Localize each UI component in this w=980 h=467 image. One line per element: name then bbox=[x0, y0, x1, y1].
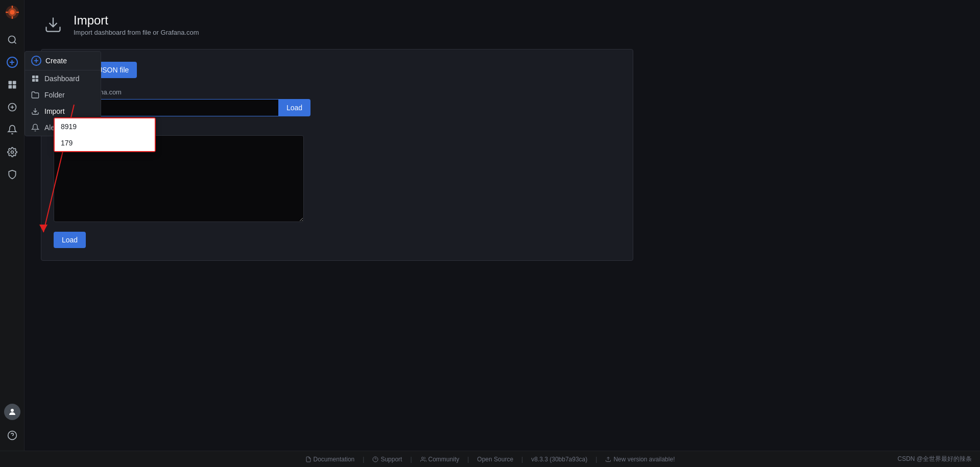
svg-line-8 bbox=[14, 42, 16, 44]
sidebar-icon-configuration[interactable] bbox=[2, 142, 22, 162]
sidebar-icon-help[interactable] bbox=[2, 425, 22, 446]
footer-sep-3: | bbox=[467, 456, 469, 463]
new-version-icon bbox=[605, 456, 611, 462]
autocomplete-item-8919[interactable]: 8919 bbox=[55, 118, 155, 135]
autocomplete-dropdown: 8919 179 bbox=[54, 117, 156, 152]
grafana-logo[interactable] bbox=[4, 4, 20, 20]
create-menu-item-folder[interactable]: Folder bbox=[25, 87, 101, 103]
footer-sep-4: | bbox=[521, 456, 523, 463]
svg-rect-20 bbox=[32, 79, 35, 82]
page-header-text: Import Import dashboard from file or Gra… bbox=[74, 13, 199, 36]
create-menu-folder-label: Folder bbox=[44, 91, 65, 99]
sidebar-icon-create[interactable]: + bbox=[2, 52, 22, 72]
svg-rect-11 bbox=[8, 85, 12, 89]
svg-point-14 bbox=[11, 151, 13, 154]
page-header: Import Import dashboard from file or Gra… bbox=[41, 12, 964, 37]
svg-point-29 bbox=[421, 457, 423, 459]
create-menu-import-label: Import bbox=[44, 107, 65, 115]
footer-new-version[interactable]: New version available! bbox=[605, 456, 675, 463]
sidebar-narrow: + bbox=[0, 0, 25, 451]
create-plus-icon: + bbox=[31, 56, 41, 66]
user-avatar[interactable] bbox=[4, 404, 20, 420]
footer-version: v8.3.3 (30bb7a93ca) bbox=[531, 456, 587, 463]
alert-rule-icon bbox=[31, 124, 39, 132]
svg-point-2 bbox=[10, 10, 14, 14]
open-source-label: Open Source bbox=[477, 456, 513, 463]
create-menu-header: + Create bbox=[25, 52, 101, 70]
import-page-icon bbox=[44, 15, 62, 34]
documentation-icon bbox=[305, 456, 312, 462]
grafana-section-label: Import via grafana.com bbox=[54, 88, 620, 96]
create-menu-item-dashboard[interactable]: Dashboard bbox=[25, 70, 101, 87]
support-label: Support bbox=[380, 456, 402, 463]
sidebar-icon-search[interactable] bbox=[2, 30, 22, 50]
create-menu-dashboard-label: Dashboard bbox=[44, 75, 80, 83]
page-title: Import bbox=[74, 13, 199, 28]
svg-rect-19 bbox=[36, 76, 38, 78]
support-icon bbox=[372, 456, 378, 462]
footer-support[interactable]: Support bbox=[372, 456, 402, 463]
grafana-input-row: Load 8919 179 bbox=[54, 99, 620, 116]
footer-sep-2: | bbox=[410, 456, 412, 463]
load-button-top[interactable]: Load bbox=[278, 99, 310, 116]
main-content: Import Import dashboard from file or Gra… bbox=[25, 0, 980, 451]
svg-point-7 bbox=[8, 36, 15, 43]
sidebar-bottom bbox=[2, 404, 22, 447]
import-icon bbox=[31, 107, 39, 115]
sidebar-icon-dashboards[interactable] bbox=[2, 75, 22, 95]
footer: Documentation | Support | Community | Op… bbox=[0, 451, 980, 467]
community-icon bbox=[420, 456, 426, 462]
svg-rect-10 bbox=[12, 81, 16, 85]
sidebar-icon-server-admin[interactable] bbox=[2, 164, 22, 185]
dashboard-icon bbox=[31, 75, 39, 83]
svg-rect-12 bbox=[12, 85, 16, 89]
svg-point-15 bbox=[11, 409, 14, 412]
footer-documentation[interactable]: Documentation bbox=[305, 456, 355, 463]
svg-rect-21 bbox=[36, 79, 38, 82]
footer-right-text: CSDN @全世界最好的辣条 bbox=[897, 455, 972, 463]
sidebar-icon-explore[interactable] bbox=[2, 97, 22, 117]
import-card: Upload JSON file Import via grafana.com … bbox=[41, 49, 633, 261]
sidebar-icon-alerting[interactable] bbox=[2, 119, 22, 140]
community-label: Community bbox=[428, 456, 460, 463]
svg-rect-9 bbox=[8, 81, 12, 85]
new-version-label: New version available! bbox=[613, 456, 675, 463]
create-menu-title: Create bbox=[45, 57, 67, 65]
documentation-label: Documentation bbox=[314, 456, 355, 463]
autocomplete-item-179[interactable]: 179 bbox=[55, 135, 155, 151]
footer-sep-1: | bbox=[363, 456, 364, 463]
page-header-icon bbox=[41, 12, 65, 37]
svg-rect-18 bbox=[32, 76, 35, 78]
folder-icon bbox=[31, 91, 39, 99]
footer-community[interactable]: Community bbox=[420, 456, 460, 463]
footer-open-source[interactable]: Open Source bbox=[477, 456, 513, 463]
page-subtitle: Import dashboard from file or Grafana.co… bbox=[74, 29, 199, 36]
load-button-bottom[interactable]: Load bbox=[54, 232, 86, 248]
footer-sep-5: | bbox=[595, 456, 597, 463]
